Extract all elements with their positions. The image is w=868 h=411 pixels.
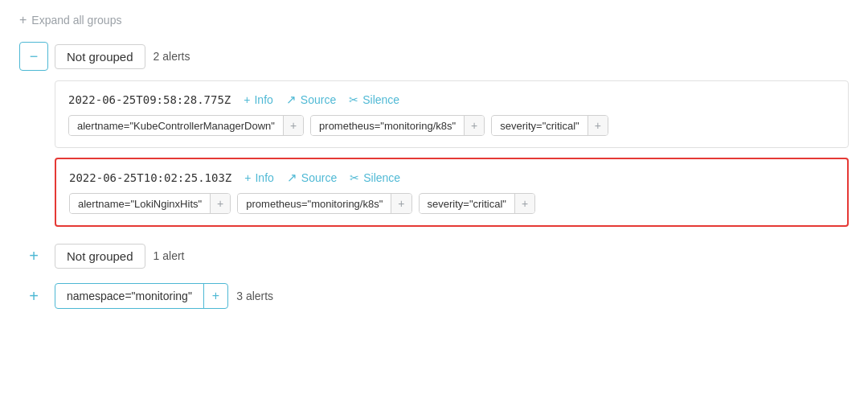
alert-1-silence-label: Silence bbox=[362, 93, 399, 106]
alert-item-2: 2022-06-25T10:02:25.103Z + Info ↗ Source… bbox=[55, 158, 849, 227]
alert-1-header: 2022-06-25T09:58:28.775Z + Info ↗ Source… bbox=[68, 92, 835, 107]
alert-1-tag-1: prometheus="monitoring/k8s" + bbox=[310, 115, 485, 136]
expand-all-icon: + bbox=[19, 13, 27, 27]
alert-1-silence-action[interactable]: ✂ Silence bbox=[349, 93, 399, 106]
collapsed-group-1-count: 1 alert bbox=[154, 249, 185, 262]
alert-1-tag-0: alertname="KubeControllerManagerDown" + bbox=[68, 115, 304, 136]
alert-1-tag-2: severity="critical" + bbox=[491, 115, 608, 136]
alert-1-source-action[interactable]: ↗ Source bbox=[286, 92, 336, 107]
group-1-count: 2 alerts bbox=[154, 50, 190, 63]
alert-2-tag-2: severity="critical" + bbox=[419, 193, 536, 214]
collapsed-group-1: + Not grouped 1 alert bbox=[19, 241, 849, 270]
silence-icon: ✂ bbox=[349, 93, 358, 106]
collapsed-group-1-label: Not grouped bbox=[55, 244, 145, 269]
tag-text: prometheus="monitoring/k8s" bbox=[238, 195, 391, 213]
alert-item-1: 2022-06-25T09:58:28.775Z + Info ↗ Source… bbox=[55, 80, 849, 148]
alert-2-header: 2022-06-25T10:02:25.103Z + Info ↗ Source… bbox=[69, 171, 834, 185]
group-1-label: Not grouped bbox=[55, 44, 145, 69]
source-chart-icon: ↗ bbox=[287, 171, 297, 185]
namespace-tag: namespace="monitoring" + bbox=[55, 283, 228, 309]
alert-1-info-action[interactable]: + Info bbox=[244, 93, 273, 106]
namespace-group: + namespace="monitoring" + 3 alerts bbox=[19, 282, 849, 310]
tag-plus-icon[interactable]: + bbox=[514, 194, 534, 213]
namespace-group-toggle[interactable]: + bbox=[19, 282, 48, 310]
expand-all-groups[interactable]: + Expand all groups bbox=[19, 13, 849, 27]
alert-2-silence-action[interactable]: ✂ Silence bbox=[350, 171, 400, 184]
namespace-tag-text: namespace="monitoring" bbox=[55, 285, 203, 307]
group-1-toggle[interactable]: − bbox=[19, 42, 48, 71]
alert-1-tags: alertname="KubeControllerManagerDown" + … bbox=[68, 115, 835, 136]
tag-text: alertname="LokiNginxHits" bbox=[70, 195, 210, 213]
collapsed-group-1-toggle[interactable]: + bbox=[19, 241, 48, 270]
alert-2-tags: alertname="LokiNginxHits" + prometheus="… bbox=[69, 193, 834, 214]
alert-1-info-label: Info bbox=[254, 93, 272, 106]
alert-2-source-action[interactable]: ↗ Source bbox=[287, 171, 337, 185]
tag-text: severity="critical" bbox=[420, 195, 514, 213]
alert-2-info-label: Info bbox=[255, 171, 273, 184]
namespace-group-count: 3 alerts bbox=[236, 290, 273, 302]
alert-2-tag-0: alertname="LokiNginxHits" + bbox=[69, 193, 231, 214]
alert-2-timestamp: 2022-06-25T10:02:25.103Z bbox=[69, 171, 231, 184]
alert-1-source-label: Source bbox=[301, 93, 336, 106]
tag-plus-icon[interactable]: + bbox=[464, 116, 484, 135]
info-plus-icon: + bbox=[244, 93, 250, 106]
tag-plus-icon[interactable]: + bbox=[391, 194, 411, 213]
group-1-header: − Not grouped 2 alerts bbox=[19, 42, 849, 71]
source-chart-icon: ↗ bbox=[286, 92, 297, 107]
tag-plus-icon[interactable]: + bbox=[588, 116, 608, 135]
tag-text: prometheus="monitoring/k8s" bbox=[311, 117, 464, 135]
tag-plus-icon[interactable]: + bbox=[210, 194, 230, 213]
group-1: − Not grouped 2 alerts 2022-06-25T09:58:… bbox=[19, 42, 849, 227]
expand-all-label: Expand all groups bbox=[31, 14, 121, 27]
alert-2-silence-label: Silence bbox=[363, 171, 400, 184]
namespace-tag-plus-icon[interactable]: + bbox=[203, 284, 227, 308]
alert-1-timestamp: 2022-06-25T09:58:28.775Z bbox=[68, 93, 231, 106]
tag-text: severity="critical" bbox=[492, 117, 587, 135]
tag-text: alertname="KubeControllerManagerDown" bbox=[69, 117, 283, 135]
alert-2-tag-1: prometheus="monitoring/k8s" + bbox=[237, 193, 411, 214]
info-plus-icon: + bbox=[244, 171, 251, 184]
alert-2-source-label: Source bbox=[301, 171, 337, 184]
alert-2-info-action[interactable]: + Info bbox=[244, 171, 274, 184]
tag-plus-icon[interactable]: + bbox=[283, 116, 303, 135]
silence-icon: ✂ bbox=[350, 171, 359, 184]
group-1-alerts: 2022-06-25T09:58:28.775Z + Info ↗ Source… bbox=[55, 80, 849, 227]
